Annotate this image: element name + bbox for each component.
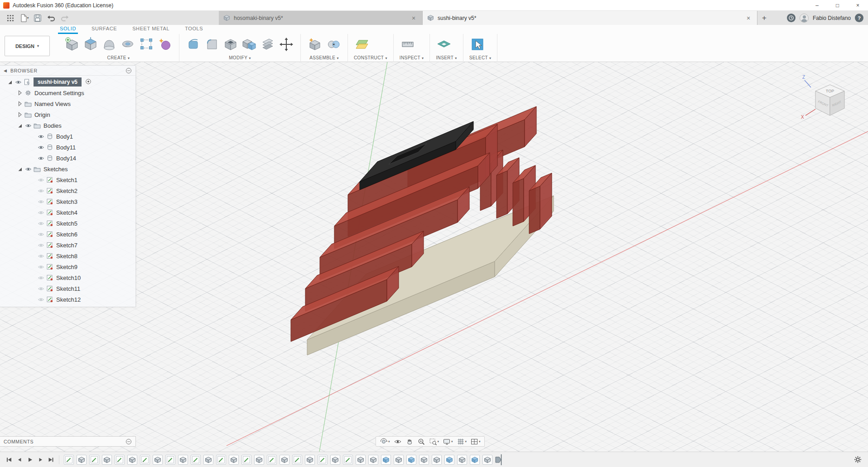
- extrude-button[interactable]: [82, 36, 99, 53]
- timeline-feature-extrude-32[interactable]: [457, 455, 467, 465]
- browser-item-sketch5[interactable]: Sketch5: [0, 218, 135, 229]
- browser-item-sketch2[interactable]: Sketch2: [0, 185, 135, 196]
- browser-item-named-views[interactable]: Named Views: [0, 98, 135, 109]
- press-pull-button[interactable]: [185, 36, 202, 53]
- grid-display-button[interactable]: ▾: [455, 437, 469, 446]
- timeline-feature-extrude-29[interactable]: [419, 455, 429, 465]
- coil-button[interactable]: [157, 36, 173, 53]
- timeline-feature-sketch-5[interactable]: [115, 455, 125, 465]
- timeline-feature-sketch-23[interactable]: [343, 455, 353, 465]
- timeline-feature-sketch-9[interactable]: [165, 455, 175, 465]
- select-button[interactable]: [469, 36, 486, 53]
- browser-item-sketch6[interactable]: Sketch6: [0, 229, 135, 240]
- group-label-inspect[interactable]: INSPECT ▾: [400, 55, 424, 60]
- timeline-feature-extrude-34[interactable]: [482, 455, 492, 465]
- timeline-feature-sketch-19[interactable]: [292, 455, 302, 465]
- pan-button[interactable]: [404, 437, 415, 446]
- browser-item-bodies[interactable]: Bodies: [0, 120, 135, 131]
- visibility-eye-icon[interactable]: [24, 123, 33, 128]
- browser-item-sketches[interactable]: Sketches: [0, 164, 135, 174]
- fillet-button[interactable]: [204, 36, 220, 53]
- job-status-button[interactable]: [787, 14, 796, 22]
- visibility-eye-icon[interactable]: [36, 156, 45, 161]
- timeline-position-marker[interactable]: [495, 454, 503, 465]
- timeline-feature-sketch-17[interactable]: [267, 455, 277, 465]
- timeline-feature-extrude-18[interactable]: [280, 455, 289, 465]
- timeline-feature-extrude-25[interactable]: [368, 455, 378, 465]
- new-component-button[interactable]: [64, 36, 80, 53]
- tab-close-icon[interactable]: ×: [744, 14, 752, 22]
- timeline-feature-sketch-15[interactable]: [241, 455, 251, 465]
- workspace-selector[interactable]: DESIGN ▾: [5, 36, 50, 56]
- tab-sheet-metal[interactable]: SHEET METAL: [130, 25, 171, 34]
- loft-button[interactable]: [101, 36, 117, 53]
- browser-item-origin[interactable]: Origin: [0, 109, 135, 120]
- timeline-feature-sketch-3[interactable]: [89, 455, 99, 465]
- orbit-button[interactable]: ▾: [378, 437, 392, 446]
- timeline-feature-sketch-21[interactable]: [318, 455, 328, 465]
- browser-item-sketch9[interactable]: Sketch9: [0, 261, 135, 272]
- browser-item-sketch7[interactable]: Sketch7: [0, 240, 135, 250]
- move-copy-button[interactable]: [278, 36, 294, 53]
- timeline-feature-combine-26[interactable]: [381, 455, 391, 465]
- minimize-button[interactable]: –: [807, 0, 827, 11]
- file-menu-button[interactable]: ▾: [18, 13, 30, 24]
- expand-arrow-icon[interactable]: [16, 166, 24, 172]
- assemble-new-component-button[interactable]: [307, 36, 323, 53]
- visibility-eye-icon[interactable]: [36, 188, 45, 193]
- timeline-feature-extrude-16[interactable]: [254, 455, 264, 465]
- revolve-button[interactable]: [120, 36, 136, 53]
- browser-item-sketch12[interactable]: Sketch12: [0, 294, 135, 305]
- timeline-feature-extrude-12[interactable]: [203, 455, 213, 465]
- undo-button[interactable]: [45, 13, 57, 24]
- visibility-eye-icon[interactable]: [36, 232, 45, 237]
- browser-item-sketch11[interactable]: Sketch11: [0, 283, 135, 294]
- group-label-modify[interactable]: MODIFY ▾: [185, 55, 294, 60]
- shell-button[interactable]: [222, 36, 239, 53]
- timeline-feature-extrude-6[interactable]: [127, 455, 137, 465]
- visibility-eye-icon[interactable]: [14, 80, 23, 85]
- minimize-panel-icon[interactable]: [125, 67, 132, 74]
- browser-item-document-settings[interactable]: Document Settings: [0, 87, 135, 98]
- expand-arrow-icon[interactable]: [16, 101, 24, 106]
- timeline-feature-combine-31[interactable]: [444, 455, 454, 465]
- browser-item-sketch8[interactable]: Sketch8: [0, 250, 135, 261]
- timeline-feature-extrude-22[interactable]: [330, 455, 340, 465]
- timeline-feature-extrude-4[interactable]: [102, 455, 112, 465]
- visibility-eye-icon[interactable]: [36, 254, 45, 259]
- maximize-button[interactable]: □: [827, 0, 848, 11]
- timeline-feature-sketch-13[interactable]: [216, 455, 226, 465]
- rectangular-pattern-button[interactable]: [138, 36, 154, 53]
- joint-button[interactable]: [325, 36, 342, 53]
- browser-header[interactable]: ◀ BROWSER: [0, 66, 135, 76]
- view-cube[interactable]: Z X TOP FRONT RIGHT: [797, 72, 856, 131]
- visibility-eye-icon[interactable]: [36, 210, 45, 215]
- active-component-name[interactable]: sushi-binary v5: [34, 77, 82, 87]
- browser-item-sketch3[interactable]: Sketch3: [0, 196, 135, 207]
- browser-item-body1[interactable]: Body1: [0, 131, 135, 142]
- expand-arrow-icon[interactable]: [16, 90, 24, 96]
- step-back-button[interactable]: [15, 455, 24, 464]
- help-button[interactable]: ?: [855, 14, 863, 22]
- viewports-button[interactable]: ▾: [468, 437, 482, 446]
- go-to-end-button[interactable]: [46, 455, 55, 464]
- browser-item-body14[interactable]: Body14: [0, 153, 135, 164]
- activate-radio-icon[interactable]: [85, 78, 92, 86]
- expand-arrow-icon[interactable]: [16, 123, 24, 128]
- visibility-eye-icon[interactable]: [24, 167, 33, 172]
- timeline-settings-button[interactable]: [854, 456, 862, 465]
- play-button[interactable]: [25, 455, 34, 464]
- visibility-eye-icon[interactable]: [36, 275, 45, 280]
- combine-button[interactable]: [241, 36, 257, 53]
- measure-button[interactable]: [400, 36, 416, 53]
- display-settings-button[interactable]: ▾: [441, 437, 455, 446]
- browser-item-sketch10[interactable]: Sketch10: [0, 272, 135, 283]
- go-to-begin-button[interactable]: [5, 455, 14, 464]
- browser-item-root[interactable]: sushi-binary v5: [0, 77, 135, 87]
- group-label-construct[interactable]: CONSTRUCT ▾: [354, 55, 387, 60]
- timeline-feature-combine-33[interactable]: [470, 455, 480, 465]
- comments-bar[interactable]: COMMENTS: [0, 436, 136, 447]
- group-label-assemble[interactable]: ASSEMBLE ▾: [307, 55, 342, 60]
- timeline-feature-sketch-1[interactable]: [64, 455, 74, 465]
- zoom-button[interactable]: [415, 437, 427, 446]
